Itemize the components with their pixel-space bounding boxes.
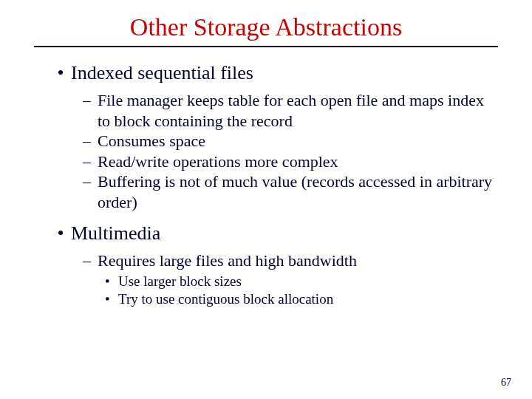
dash-icon: – — [83, 250, 98, 271]
subitem-text: Buffering is not of much value (records … — [98, 171, 497, 212]
subsubitem-text: Use larger block sizes — [118, 273, 497, 291]
content-area: •Indexed sequential files –File manager … — [0, 62, 532, 309]
page-number: 67 — [501, 377, 511, 389]
subitem-text: Read/write operations more complex — [98, 151, 497, 172]
bullet-icon: • — [50, 62, 71, 84]
dash-icon: – — [83, 151, 98, 172]
title-underline — [34, 46, 498, 47]
list-item: –Consumes space — [83, 131, 497, 151]
list-item: •Try to use contiguous block allocation — [105, 290, 497, 309]
subsubitem-group: •Use larger block sizes •Try to use cont… — [83, 273, 497, 309]
subsubitem-text: Try to use contiguous block allocation — [118, 290, 497, 309]
section-heading-1: •Indexed sequential files — [50, 62, 497, 84]
bullet-icon: • — [105, 290, 118, 309]
slide-title: Other Storage Abstractions — [0, 13, 532, 41]
bullet-icon: • — [105, 273, 118, 291]
list-item: –File manager keeps table for each open … — [83, 90, 497, 131]
list-item: –Read/write operations more complex — [83, 151, 497, 172]
subitem-text: File manager keeps table for each open f… — [98, 90, 497, 131]
subitem-text: Requires large files and high bandwidth — [98, 250, 497, 271]
section-heading-2: •Multimedia — [50, 222, 497, 245]
list-item: –Buffering is not of much value (records… — [83, 171, 497, 212]
subitem-group-2: –Requires large files and high bandwidth… — [50, 250, 497, 309]
bullet-icon: • — [50, 222, 71, 245]
dash-icon: – — [83, 90, 98, 131]
dash-icon: – — [83, 171, 98, 212]
list-item: •Use larger block sizes — [105, 273, 497, 291]
dash-icon: – — [83, 131, 98, 151]
heading-text: Multimedia — [71, 222, 160, 244]
list-item: –Requires large files and high bandwidth — [83, 250, 497, 271]
heading-text: Indexed sequential files — [71, 62, 253, 83]
subitem-group-1: –File manager keeps table for each open … — [50, 90, 497, 212]
subitem-text: Consumes space — [98, 131, 497, 151]
